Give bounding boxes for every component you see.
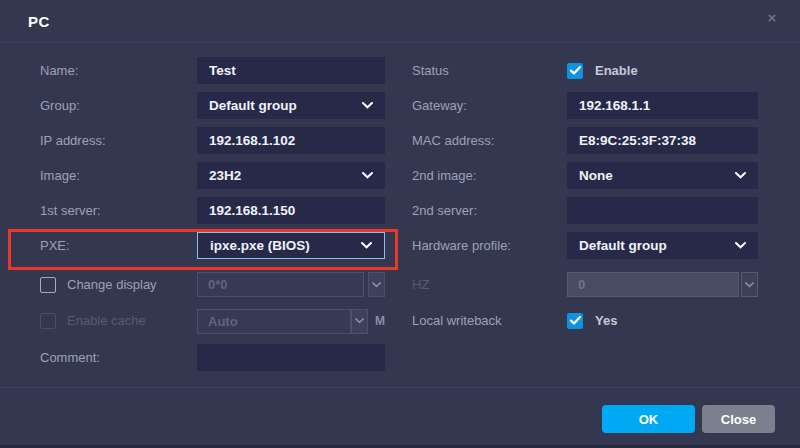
gateway-input[interactable] (567, 92, 758, 119)
row-server1: 1st server: (40, 197, 385, 224)
chevron-down-icon (362, 102, 373, 109)
row-hz: HZ 0 (412, 271, 758, 298)
group-select[interactable]: Default group (197, 92, 385, 119)
local-writeback-label: Local writeback (412, 313, 567, 328)
form-column-right: Status Enable Gateway: MAC address: 2nd … (412, 57, 758, 342)
row-mac: MAC address: (412, 127, 758, 154)
cache-select-disabled: Auto (197, 309, 368, 334)
dialog-header: PC (0, 0, 800, 43)
close-button[interactable]: Close (702, 405, 775, 433)
row-group: Group: Default group (40, 92, 385, 119)
hz-label: HZ (412, 277, 567, 292)
change-display-checkbox[interactable] (40, 277, 56, 293)
name-label: Name: (40, 63, 197, 78)
cache-unit-label: M (375, 314, 385, 328)
chevron-down-icon (741, 272, 758, 297)
form-column-left: Name: Group: Default group IP address: I… (40, 57, 385, 379)
pxe-select[interactable]: ipxe.pxe (BIOS) (197, 232, 385, 259)
dialog-title: PC (28, 13, 50, 30)
pxe-label: PXE: (40, 238, 197, 253)
server2-label: 2nd server: (412, 203, 567, 218)
server1-label: 1st server: (40, 203, 197, 218)
image-label: Image: (40, 168, 197, 183)
group-label: Group: (40, 98, 197, 113)
change-display-label: Change display (67, 277, 157, 292)
row-enable-cache: Enable cache Auto M (40, 307, 385, 334)
chevron-down-icon (351, 309, 368, 334)
chevron-down-icon (735, 172, 746, 179)
ok-button[interactable]: OK (602, 405, 695, 433)
status-label: Status (412, 63, 567, 78)
row-local-writeback: Local writeback Yes (412, 307, 758, 334)
row-ip: IP address: (40, 127, 385, 154)
enable-cache-label: Enable cache (67, 313, 146, 328)
row-comment: Comment: (40, 344, 385, 371)
image-select[interactable]: 23H2 (197, 162, 385, 189)
resolution-select-disabled: 0*0 (197, 272, 385, 297)
hz-select-disabled: 0 (567, 272, 758, 297)
ip-input[interactable] (197, 127, 385, 154)
status-checkbox[interactable] (567, 63, 583, 79)
name-input[interactable] (197, 57, 385, 84)
hw-profile-label: Hardware profile: (412, 238, 567, 253)
gateway-label: Gateway: (412, 98, 567, 113)
local-writeback-checkbox[interactable] (567, 313, 583, 329)
enable-cache-checkbox (40, 313, 56, 329)
local-writeback-checkbox-label: Yes (595, 313, 617, 328)
server2-input[interactable] (567, 197, 758, 224)
comment-input[interactable] (197, 344, 385, 371)
close-icon[interactable]: × (762, 8, 782, 28)
row-pxe: PXE: ipxe.pxe (BIOS) (40, 232, 385, 259)
row-status: Status Enable (412, 57, 758, 84)
row-name: Name: (40, 57, 385, 84)
row-change-display: Change display 0*0 (40, 271, 385, 298)
image2-label: 2nd image: (412, 168, 567, 183)
comment-label: Comment: (40, 350, 197, 365)
row-hw-profile: Hardware profile: Default group (412, 232, 758, 259)
chevron-down-icon (368, 272, 385, 297)
row-server2: 2nd server: (412, 197, 758, 224)
server1-input[interactable] (197, 197, 385, 224)
image2-select[interactable]: None (567, 162, 758, 189)
pc-dialog: PC × Name: Group: Default group IP addre… (0, 0, 800, 448)
row-gateway: Gateway: (412, 92, 758, 119)
dialog-footer: OK Close (0, 387, 800, 433)
mac-label: MAC address: (412, 133, 567, 148)
status-checkbox-label: Enable (595, 63, 638, 78)
row-image: Image: 23H2 (40, 162, 385, 189)
chevron-down-icon (361, 242, 372, 249)
row-image2: 2nd image: None (412, 162, 758, 189)
chevron-down-icon (362, 172, 373, 179)
hw-profile-select[interactable]: Default group (567, 232, 758, 259)
chevron-down-icon (735, 242, 746, 249)
mac-input[interactable] (567, 127, 758, 154)
ip-label: IP address: (40, 133, 197, 148)
